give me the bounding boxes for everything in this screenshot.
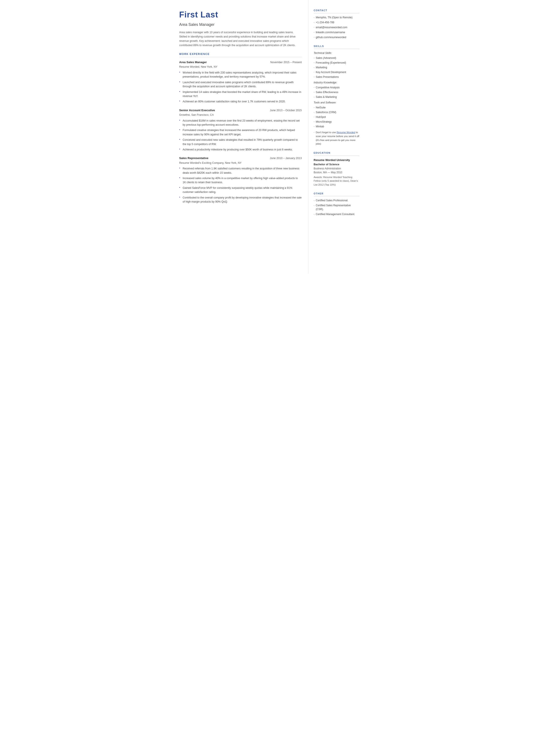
candidate-name: First Last [179, 9, 302, 21]
contact-list: Memphis, TN (Open to Remote)+1-234-456-7… [314, 15, 359, 39]
skill-item-2-1: Salesforce (CRM) [314, 110, 359, 114]
other-list: Certified Sales Professional.Certified S… [314, 199, 359, 216]
contact-item-3: linkedin.com/in/username [314, 30, 359, 34]
skill-item-2-4: Minitab [314, 125, 359, 128]
skill-item-1-0: Competitive Analysis [314, 86, 359, 90]
job-dates-1: June 2013 – October 2015 [270, 108, 302, 113]
contact-header: CONTACT [314, 9, 359, 14]
other-item-0: Certified Sales Professional. [314, 199, 359, 202]
left-column: First Last Area Sales Manager Area sales… [171, 0, 309, 274]
candidate-summary: Area sales manager with 10 years of succ… [179, 30, 302, 47]
job-company-1: Growthsi, San Francisco, CA [179, 113, 302, 117]
jobs-container: Area Sales ManagerNovember 2015 – Presen… [179, 60, 302, 204]
job-bullet-1-1: Formulated creative strategies that incr… [179, 128, 302, 137]
job-bullets-1: Accumulated $16M in sales revenue over t… [179, 119, 302, 152]
work-experience-header: WORK EXPERIENCE [179, 52, 302, 57]
contact-item-2: email@resumeworded.com [314, 25, 359, 29]
skills-container: Technical Skills:Sales (Advanced)Forecas… [314, 51, 359, 128]
skills-section: SKILLS Technical Skills:Sales (Advanced)… [314, 44, 359, 146]
promo-text: Don't forget to use Resume Worded to sca… [314, 130, 359, 146]
right-column: CONTACT Memphis, TN (Open to Remote)+1-2… [309, 0, 365, 274]
job-bullet-0-2: Implemented 14 sales strategies that boo… [179, 90, 302, 98]
edu-field-0: Business Administration [314, 167, 359, 170]
skills-list-1: Competitive AnalysisSales EffectivenessS… [314, 86, 359, 99]
job-block-1: Senior Account ExecutiveJune 2013 – Octo… [179, 108, 302, 152]
job-header-2: Sales RepresentativeJune 2010 – January … [179, 156, 302, 160]
job-title-1: Senior Account Executive [179, 108, 215, 113]
job-block-2: Sales RepresentativeJune 2010 – January … [179, 156, 302, 204]
edu-awards-0: Awards: Resume Worded Teaching Fellow (o… [314, 176, 359, 187]
education-section: EDUCATION Resume Worded UniversityBachel… [314, 151, 359, 187]
job-title-2: Sales Representative [179, 156, 209, 160]
skill-item-1-1: Sales Effectiveness [314, 90, 359, 94]
promo-link[interactable]: Resume Worded [337, 131, 355, 134]
job-company-2: Resume Worded's Exciting Company, New Yo… [179, 161, 302, 165]
other-header: OTHER [314, 192, 359, 197]
skill-item-0-0: Sales (Advanced) [314, 56, 359, 60]
job-bullet-2-2: Gained SalesForce MVP for consistently s… [179, 186, 302, 194]
skill-item-0-3: Key Account Development [314, 70, 359, 74]
other-item-1: Certified Sales Representative (CSR). [314, 204, 359, 211]
job-bullet-2-0: Received referrals from 1.9K satisfied c… [179, 167, 302, 175]
job-header-0: Area Sales ManagerNovember 2015 – Presen… [179, 60, 302, 65]
skill-item-2-2: HubSpot [314, 115, 359, 119]
edu-location-0: Boston, MA — May 2010 [314, 170, 359, 174]
skill-item-0-2: Marketing [314, 66, 359, 70]
job-bullet-0-1: Launched and executed innovative sales p… [179, 80, 302, 89]
job-title-0: Area Sales Manager [179, 60, 207, 65]
skills-category-2: Tools and Software: [314, 101, 359, 104]
resume-page: First Last Area Sales Manager Area sales… [171, 0, 365, 274]
skill-item-2-0: NetSuite [314, 106, 359, 109]
other-item-2: Certified Management Consultant. [314, 212, 359, 216]
contact-item-1: +1-234-456-789 [314, 20, 359, 24]
job-bullet-2-1: Increased sales volume by 40% in a compe… [179, 176, 302, 185]
job-company-0: Resume Worded, New York, NY [179, 65, 302, 69]
skill-item-0-4: Sales Presentations [314, 75, 359, 79]
skills-list-2: NetSuiteSalesforce (CRM)HubSpotMicroStra… [314, 106, 359, 128]
skills-header: SKILLS [314, 44, 359, 49]
job-bullet-1-3: Achieved a productivity milestone by pro… [179, 148, 302, 152]
edu-degree-0: Bachelor of Science [314, 162, 359, 167]
skill-item-0-1: Forecasting (Experienced) [314, 61, 359, 65]
edu-block-0: Resume Worded UniversityBachelor of Scie… [314, 158, 359, 187]
skills-category-1: Industry Knowledge: [314, 81, 359, 84]
edu-school-0: Resume Worded University [314, 158, 359, 162]
job-dates-0: November 2015 – Present [270, 60, 302, 65]
job-bullet-0-3: Achieved an 80% customer satisfaction ra… [179, 99, 302, 104]
job-bullets-2: Received referrals from 1.9K satisfied c… [179, 167, 302, 204]
education-header: EDUCATION [314, 151, 359, 156]
candidate-title: Area Sales Manager [179, 22, 302, 28]
contact-section: CONTACT Memphis, TN (Open to Remote)+1-2… [314, 9, 359, 39]
job-bullets-0: Worked directly in the field with 230 sa… [179, 71, 302, 104]
job-bullet-1-2: Conceived and executed new sales strateg… [179, 138, 302, 146]
job-bullet-0-0: Worked directly in the field with 230 sa… [179, 71, 302, 79]
job-dates-2: June 2010 – January 2013 [270, 156, 302, 160]
other-section: OTHER Certified Sales Professional.Certi… [314, 192, 359, 216]
promo-prefix: Don't forget to use [316, 131, 337, 134]
skills-category-0: Technical Skills: [314, 51, 359, 55]
education-container: Resume Worded UniversityBachelor of Scie… [314, 158, 359, 187]
job-bullet-2-3: Contributed to the overall company profi… [179, 196, 302, 204]
skill-item-1-2: Sales & Marketing [314, 95, 359, 99]
job-bullet-1-0: Accumulated $16M in sales revenue over t… [179, 119, 302, 127]
contact-item-4: github.com/resumeworded [314, 35, 359, 39]
contact-item-0: Memphis, TN (Open to Remote) [314, 15, 359, 19]
skill-item-2-3: MicroStrategy [314, 120, 359, 124]
job-block-0: Area Sales ManagerNovember 2015 – Presen… [179, 60, 302, 104]
skills-list-0: Sales (Advanced)Forecasting (Experienced… [314, 56, 359, 79]
job-header-1: Senior Account ExecutiveJune 2013 – Octo… [179, 108, 302, 113]
